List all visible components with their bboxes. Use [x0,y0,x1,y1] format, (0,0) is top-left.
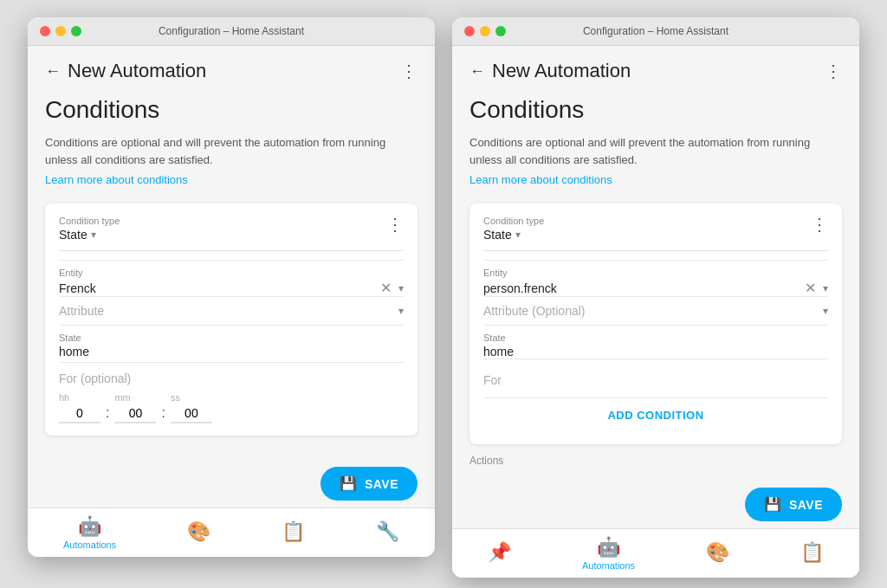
more-menu-right[interactable]: ⋮ [825,61,842,81]
nav-automations-right[interactable]: 🤖 Automations [582,536,635,571]
traffic-lights-left [40,26,81,36]
card-menu-left[interactable]: ⋮ [386,216,404,233]
tools-icon-left: 🔧 [376,520,399,543]
condition-card-header-left: Condition type State ▾ ⋮ [59,216,404,242]
condition-card-right: Condition type State ▾ ⋮ Entity person.f… [469,204,842,444]
save-label-right: SAVE [789,498,823,512]
page-header-right: ← New Automation ⋮ [469,60,842,82]
section-title-left: Conditions [45,96,418,124]
page-content-left: ← New Automation ⋮ Conditions Conditions… [28,46,435,460]
ss-label-left: ss [171,392,212,403]
condition-type-label-left: Condition type [59,216,386,226]
scenes-icon-left: 🎨 [187,520,210,543]
page-title-right: New Automation [492,60,631,82]
condition-card-header-right: Condition type State ▾ ⋮ [483,216,828,242]
entity-value-right: person.frenck [483,281,557,295]
for-section-left: For (optional) hh : mm : ss [59,362,404,423]
attribute-chevron-right: ▾ [823,305,828,317]
nav-scripts-left[interactable]: 📋 [282,520,305,545]
for-section-right: For [483,359,828,391]
time-ss-group-left: ss [171,392,212,423]
clear-entity-left[interactable]: ✕ [380,280,392,296]
traffic-lights-right [464,26,506,36]
sep2-left: : [159,405,166,421]
entity-actions-left: ✕ ▾ [380,280,404,296]
nav-scripts-right[interactable]: 📋 [800,541,824,565]
sep1-left: : [104,405,111,421]
entity-value-left: Frenck [59,281,96,295]
condition-card-left: Condition type State ▾ ⋮ Entity Frenck ✕… [45,204,418,436]
tl-green-right[interactable] [495,26,506,36]
clear-entity-right[interactable]: ✕ [805,280,816,296]
attribute-label-left: Attribute [59,304,104,318]
state-section-left: State home [59,325,404,359]
save-label-left: SAVE [365,477,398,491]
state-label-right: State [483,333,828,343]
condition-type-value-left: State [59,228,87,242]
entity-section-right: Entity person.frenck ✕ ▾ [483,260,828,296]
entity-chevron-left: ▾ [398,282,404,294]
pin-icon-right: 📌 [488,541,511,564]
entity-chevron-right: ▾ [823,282,828,294]
scripts-icon-left: 📋 [282,520,305,543]
save-button-right[interactable]: 💾 SAVE [745,488,842,521]
condition-type-left: Condition type State ▾ [59,216,386,242]
window-left: Configuration – Home Assistant ← New Aut… [28,17,435,557]
tl-yellow[interactable] [55,26,66,36]
hh-input-left[interactable] [59,404,100,423]
ss-input-left[interactable] [171,404,212,423]
nav-pin-right[interactable]: 📌 [488,541,511,565]
learn-more-left[interactable]: Learn more about conditions [45,173,418,186]
page-header-left: ← New Automation ⋮ [45,60,418,82]
attribute-row-left[interactable]: Attribute ▾ [59,296,404,325]
for-label-left: For (optional) [59,372,404,385]
card-menu-right[interactable]: ⋮ [811,216,828,233]
condition-type-right-wrap: Condition type State ▾ [483,216,811,242]
entity-label-left: Entity [59,268,404,278]
bottom-nav-right: 📌 🤖 Automations 🎨 📋 [452,528,859,578]
nav-scenes-left[interactable]: 🎨 [187,520,210,545]
page-header-right-section: ← New Automation [469,60,631,82]
tl-red-right[interactable] [464,26,475,36]
entity-actions-right: ✕ ▾ [805,280,828,296]
mm-input-left[interactable] [114,404,156,423]
titlebar-title-right: Configuration – Home Assistant [583,25,728,37]
time-inputs-left: hh : mm : ss [59,392,404,423]
condition-type-value-right: State [483,228,512,242]
hh-label-left: hh [59,392,100,403]
state-value-left: home [59,345,404,359]
section-title-right: Conditions [469,96,842,124]
condition-type-dropdown-left[interactable]: State ▾ [59,228,386,242]
back-button-right[interactable]: ← [469,62,485,81]
nav-tools-left[interactable]: 🔧 [376,520,399,545]
learn-more-right[interactable]: Learn more about conditions [469,173,842,186]
condition-type-dropdown-right[interactable]: State ▾ [483,228,811,242]
add-condition-button[interactable]: ADD CONDITION [483,398,828,432]
more-menu-left[interactable]: ⋮ [400,61,418,81]
chevron-down-icon-left: ▾ [91,229,96,241]
entity-label-right: Entity [483,268,828,278]
automations-icon-right: 🤖 [597,536,620,559]
automations-icon-left: 🤖 [78,515,101,538]
entity-row-left: Frenck ✕ ▾ [59,280,404,296]
tl-red[interactable] [40,26,50,36]
back-button-left[interactable]: ← [45,62,61,81]
window-right: Configuration – Home Assistant ← New Aut… [452,17,859,578]
page-header-left-section: ← New Automation [45,60,206,82]
titlebar-right: Configuration – Home Assistant [452,17,859,46]
bottom-nav-left: 🤖 Automations 🎨 📋 🔧 [28,507,435,557]
attribute-row-right[interactable]: Attribute (Optional) ▾ [483,296,828,325]
scripts-icon-right: 📋 [800,541,824,564]
nav-automations-left[interactable]: 🤖 Automations [63,515,116,550]
nav-scenes-right[interactable]: 🎨 [706,541,729,565]
titlebar-left: Configuration – Home Assistant [28,17,435,46]
divider-1-left [59,250,404,251]
mm-label-left: mm [114,392,156,403]
actions-label-right: Actions [469,455,842,467]
save-area-left: 💾 SAVE [28,460,435,507]
tl-yellow-right[interactable] [480,26,490,36]
save-button-left[interactable]: 💾 SAVE [320,467,418,501]
state-section-right: State home [483,325,828,359]
tl-green[interactable] [71,26,81,36]
page-content-right: ← New Automation ⋮ Conditions Conditions… [452,46,859,481]
